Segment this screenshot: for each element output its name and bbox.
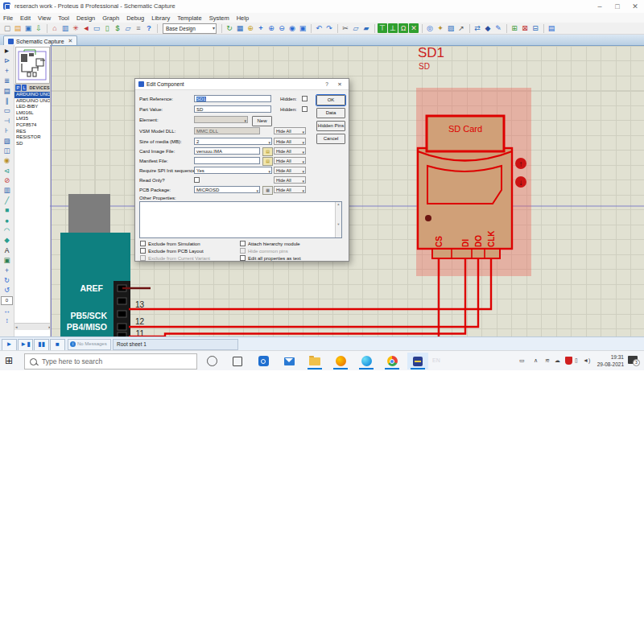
device-list-scrollbar[interactable]: ◂▸ (14, 323, 52, 330)
attach-hierarchy-checkbox[interactable] (240, 241, 246, 246)
junction-dot-mode-button[interactable]: + (2, 66, 13, 76)
menu-tool[interactable]: Tool (58, 14, 69, 22)
device-item-res[interactable]: RES (14, 129, 50, 135)
buses-mode-button[interactable]: ∥ (2, 96, 13, 105)
app-icon-file-explorer[interactable] (304, 353, 325, 369)
device-pins-mode-button[interactable]: ⊦ (2, 126, 13, 135)
refresh-button[interactable]: ↻ (225, 23, 234, 33)
pcb-package-hide-dropdown[interactable]: Hide All (274, 186, 306, 193)
2d-line-mode-button[interactable]: ╱ (2, 196, 13, 205)
2d-path-mode-button[interactable]: ◆ (2, 235, 13, 245)
netlist-report-button[interactable]: ≡ (134, 23, 143, 33)
device-item-led-biby[interactable]: LED-BIBY (14, 104, 50, 110)
volume-tray-icon[interactable]: ◄) (583, 357, 590, 363)
stop-button[interactable]: ■ (50, 339, 65, 351)
start-button[interactable]: ⊞ (5, 355, 16, 366)
app-icon-skype[interactable] (253, 353, 274, 369)
taskbar-search[interactable]: Type here to search (24, 353, 197, 369)
device-item-pcf8574[interactable]: PCF8574 (14, 122, 50, 129)
onedrive-tray-icon[interactable]: ☁ (555, 357, 560, 364)
pick-devices-button[interactable]: P (15, 85, 21, 91)
terminals-mode-button[interactable]: ⊣ (2, 116, 13, 126)
media-size-dropdown[interactable]: 2 (194, 138, 272, 145)
clock[interactable]: 19:3129-08-2021 (592, 353, 624, 368)
pcb-package-browse-icon[interactable]: ▦ (262, 186, 273, 195)
simulation-chip-button[interactable]: ▯ (102, 23, 112, 33)
copy-block-button[interactable]: ⊤ (378, 23, 387, 33)
device-item-resistor[interactable]: RESISTOR (14, 134, 50, 141)
import-button[interactable]: ⇩ (34, 23, 43, 33)
home-button[interactable]: ⌂ (50, 23, 60, 33)
graph-mode-button[interactable]: ▨ (2, 136, 13, 146)
notification-center-icon[interactable]: 3 (628, 356, 638, 364)
copy-button[interactable]: ▱ (351, 23, 361, 33)
erc-button[interactable]: ▱ (123, 23, 133, 33)
help-button[interactable]: ? (144, 23, 154, 33)
wire-label-mode-button[interactable]: ≣ (2, 76, 13, 85)
exclude-simulation-checkbox[interactable] (140, 241, 146, 246)
network-tray-icon[interactable]: ≋ (545, 357, 550, 364)
mirror-horizontal-button[interactable]: ↔ (2, 306, 13, 316)
app-icon-edge[interactable] (356, 353, 377, 369)
make-device-button[interactable]: ✦ (436, 23, 445, 33)
generator-mode-button[interactable]: ◉ (2, 155, 13, 165)
pause-button[interactable]: ▮▮ (34, 339, 49, 351)
delete-block-button[interactable]: ✕ (409, 23, 419, 33)
decompose-button[interactable]: ↗ (456, 23, 466, 33)
textarea-scrollbar[interactable]: ▴▾ (335, 202, 341, 237)
read-only-hide-dropdown[interactable]: Hide All (274, 176, 306, 184)
close-button[interactable]: ✕ (626, 1, 644, 12)
subcircuit-mode-button[interactable]: ▭ (2, 105, 13, 115)
tab-close-icon[interactable]: ✕ (68, 38, 73, 44)
menu-system[interactable]: System (209, 14, 229, 22)
component-browser-button[interactable]: ▥ (60, 23, 70, 33)
packaging-tool-button[interactable]: ▨ (446, 23, 456, 33)
element-dropdown[interactable] (194, 116, 248, 123)
open-folder-button[interactable]: ▤ (13, 23, 23, 33)
maximize-button[interactable]: □ (609, 1, 626, 12)
card-image-field[interactable]: venuuu.IMA (194, 147, 260, 155)
hidden-checkbox-2[interactable] (302, 106, 308, 112)
part-reference-annotation[interactable]: SD1 (418, 45, 444, 61)
minimize-button[interactable]: – (591, 1, 609, 12)
cancel-button[interactable]: Cancel (316, 134, 345, 144)
search-and-tag-button[interactable]: ◆ (483, 23, 493, 33)
device-item-arduino-uno[interactable]: ARDUINO UNO (14, 92, 50, 98)
manifest-field[interactable] (194, 157, 260, 164)
touchpad-tray-icon[interactable]: ▭ (519, 357, 525, 364)
your-phone-tray-icon[interactable]: ▯ (575, 357, 578, 364)
pick-parts-button[interactable]: ◎ (425, 23, 435, 33)
zoom-area-button[interactable]: ▣ (298, 23, 308, 33)
pcb-package-dropdown[interactable]: MICROSD (194, 186, 260, 193)
antivirus-shield-icon[interactable] (565, 357, 572, 365)
manifest-hide-dropdown[interactable]: Hide All (274, 157, 306, 164)
menu-debug[interactable]: Debug (126, 14, 144, 22)
cut-button[interactable]: ✂ (341, 23, 350, 33)
part-reference-field[interactable]: SD1 (194, 95, 271, 102)
device-item-arduino-uno-r3[interactable]: ARDUINO UNO R3 (14, 98, 50, 105)
design-selector-dropdown[interactable]: Base Design (163, 23, 217, 34)
false-origin-button[interactable]: ⊕ (246, 23, 255, 33)
rotate-block-button[interactable]: Ω (398, 23, 408, 33)
edit-all-properties-checkbox[interactable] (240, 255, 246, 261)
bill-of-materials-button[interactable]: $ (113, 23, 122, 33)
library-manager-button[interactable]: L (22, 85, 27, 91)
part-value-annotation[interactable]: SD (419, 62, 430, 71)
current-probe-mode-button[interactable]: ⊘ (2, 175, 13, 185)
paste-button[interactable]: ▰ (361, 23, 371, 33)
undo-button[interactable]: ↶ (314, 23, 324, 33)
spi-init-dropdown[interactable]: Yes (194, 167, 272, 174)
property-assignment-button[interactable]: ✎ (493, 23, 503, 33)
tape-recorder-mode-button[interactable]: ◫ (2, 146, 13, 155)
card-image-hide-dropdown[interactable]: Hide All (274, 147, 306, 155)
device-item-lm016l[interactable]: LM016L (14, 110, 50, 117)
remove-sheet-button[interactable]: ⊠ (520, 23, 530, 33)
new-sheet-button[interactable]: ⊞ (510, 23, 519, 33)
dialog-help-button[interactable]: ? (322, 80, 332, 88)
card-image-browse-icon[interactable]: ▤ (262, 147, 273, 156)
menu-graph[interactable]: Graph (102, 14, 119, 22)
menu-library[interactable]: Library (151, 14, 170, 22)
zoom-out-button[interactable]: ⊖ (277, 23, 287, 33)
2d-symbol-mode-button[interactable]: ▣ (2, 255, 13, 265)
exclude-pcb-checkbox[interactable] (140, 248, 146, 254)
